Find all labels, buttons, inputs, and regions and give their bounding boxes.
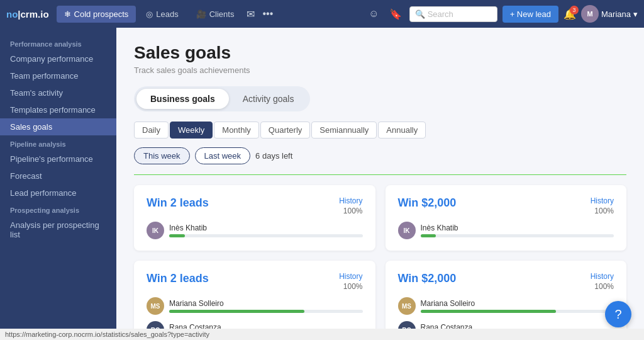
topnav-right-icons: ☺ 🔖 🔍 Search + New lead 🔔 3 M Mariana ▾ (366, 5, 638, 23)
card-title-3: Win 2 leads (147, 272, 209, 285)
card-right-2: History 100% (591, 196, 614, 215)
user-name-3-0: Mariana Solleiro (169, 299, 363, 308)
user-row-4-0: MS Mariana Solleiro (398, 297, 614, 315)
nav-tab-leads[interactable]: ◎ Leads (138, 6, 186, 23)
status-bar: https://marketing-corp.nocrm.io/statisti… (0, 329, 644, 340)
sidebar-item-forecast[interactable]: Forecast (0, 167, 116, 184)
cold-icon: ❄ (64, 9, 71, 19)
card-header-1: Win 2 leads History 100% (147, 196, 363, 215)
user-row-1-0: IK Inès Khatib (147, 222, 363, 239)
search-icon: 🔍 (415, 9, 425, 19)
nav-tab-clients[interactable]: 🎥 Clients (189, 6, 242, 23)
sidebar-item-analysis-prospecting[interactable]: Analysis per prospecting list (0, 217, 116, 243)
goals-cards-grid: Win 2 leads History 100% IK Inès Khatib (134, 185, 626, 340)
email-icon-button[interactable]: ✉ (244, 6, 257, 23)
user-avatar-4-0: MS (398, 297, 416, 315)
user-row-2-0: IK Inès Khatib (398, 222, 614, 239)
section-divider (134, 174, 626, 175)
period-tab-quarterly[interactable]: Quarterly (260, 122, 310, 139)
progress-bg-4-0 (421, 310, 614, 313)
user-menu-button[interactable]: M Mariana ▾ (581, 5, 638, 23)
progress-fill-4-0 (421, 310, 556, 313)
help-button[interactable]: ? (605, 301, 631, 327)
main-layout: Performance analysis Company performance… (0, 28, 644, 340)
sidebar-item-company-performance[interactable]: Company performance (0, 50, 116, 67)
card-percent-2: 100% (594, 207, 614, 215)
sidebar-section-pipeline: Pipeline analysis (0, 135, 116, 150)
clients-icon: 🎥 (196, 9, 206, 19)
progress-bg-2-0 (421, 234, 614, 237)
page-title: Sales goals (134, 43, 626, 63)
user-info-3-0: Mariana Solleiro (169, 299, 363, 313)
card-percent-4: 100% (594, 282, 614, 291)
user-name-1-0: Inès Khatib (169, 224, 363, 232)
sidebar-section-performance: Performance analysis (0, 35, 116, 50)
card-history-2[interactable]: History (591, 196, 614, 205)
user-avatar-2-0: IK (398, 222, 416, 239)
card-header-4: Win $2,000 History 100% (398, 272, 614, 291)
chevron-down-icon: ▾ (633, 9, 638, 19)
goal-type-tabs: Business goals Activity goals (134, 86, 310, 111)
card-history-4[interactable]: History (591, 272, 614, 281)
sidebar-section-prospecting: Prospecting analysis (0, 201, 116, 217)
leads-icon: ◎ (146, 9, 153, 19)
progress-bg-3-0 (169, 310, 363, 313)
sidebar-item-templates-performance[interactable]: Templates performance (0, 101, 116, 118)
user-info-1-0: Inès Khatib (169, 224, 363, 237)
sidebar-item-sales-goals[interactable]: Sales goals (0, 118, 116, 135)
card-percent-1: 100% (343, 207, 363, 215)
card-history-3[interactable]: History (339, 272, 362, 281)
avatar: M (581, 5, 599, 23)
card-header-3: Win 2 leads History 100% (147, 272, 363, 291)
sidebar-item-teams-activity[interactable]: Team's activity (0, 84, 116, 101)
user-row-3-0: MS Mariana Solleiro (147, 297, 363, 315)
notification-badge: 3 (570, 6, 579, 14)
card-title-4: Win $2,000 (398, 272, 457, 285)
period-tab-semiannually[interactable]: Semiannually (311, 122, 377, 139)
app-logo: no|crm.io (6, 9, 49, 20)
user-name-4-0: Mariana Solleiro (421, 299, 614, 308)
nav-tab-cold-prospects[interactable]: ❄ Cold prospects (57, 6, 136, 23)
user-avatar-1-0: IK (147, 222, 164, 239)
top-navigation: no|crm.io ❄ Cold prospects ◎ Leads 🎥 Cli… (0, 0, 644, 28)
progress-fill-3-0 (169, 310, 304, 313)
user-name-2-0: Inès Khatib (421, 224, 614, 232)
page-subtitle: Track sales goals achievements (134, 65, 626, 75)
more-icon-button[interactable]: ••• (260, 6, 275, 22)
goal-card-1: Win 2 leads History 100% IK Inès Khatib (134, 185, 375, 251)
progress-fill-2-0 (421, 234, 436, 237)
new-lead-button[interactable]: + New lead (502, 6, 558, 23)
goal-tab-activity[interactable]: Activity goals (229, 89, 308, 109)
last-week-button[interactable]: Last week (195, 147, 251, 164)
emoji-icon-button[interactable]: ☺ (366, 6, 381, 22)
card-title-1: Win 2 leads (147, 196, 209, 210)
goal-card-2: Win $2,000 History 100% IK Inès Khatib (386, 185, 627, 251)
week-navigation: This week Last week 6 days left (134, 147, 626, 164)
card-history-1[interactable]: History (339, 196, 362, 205)
period-tab-annually[interactable]: Annually (378, 122, 426, 139)
this-week-button[interactable]: This week (134, 147, 190, 164)
progress-bg-1-0 (169, 234, 363, 237)
days-left-label: 6 days left (255, 151, 292, 161)
card-right-4: History 100% (591, 272, 614, 291)
sidebar-item-lead-performance[interactable]: Lead performance (0, 184, 116, 201)
user-info-4-0: Mariana Solleiro (421, 299, 614, 313)
search-bar[interactable]: 🔍 Search (409, 6, 497, 22)
user-info-2-0: Inès Khatib (421, 224, 614, 237)
notification-button[interactable]: 🔔 3 (564, 8, 576, 20)
card-header-2: Win $2,000 History 100% (398, 196, 614, 215)
user-avatar-3-0: MS (147, 297, 164, 315)
sidebar-item-pipeline-performance[interactable]: Pipeline's performance (0, 150, 116, 167)
goal-tab-business[interactable]: Business goals (136, 89, 229, 109)
period-tabs: Daily Weekly Monthly Quarterly Semiannua… (134, 122, 626, 139)
sidebar-item-team-performance[interactable]: Team performance (0, 67, 116, 84)
period-tab-monthly[interactable]: Monthly (214, 122, 259, 139)
bookmark-icon-button[interactable]: 🔖 (387, 6, 404, 23)
progress-fill-1-0 (169, 234, 185, 237)
sidebar: Performance analysis Company performance… (0, 28, 116, 340)
card-right-1: History 100% (339, 196, 362, 215)
main-content-area: Sales goals Track sales goals achievemen… (116, 28, 644, 340)
card-percent-3: 100% (343, 282, 363, 291)
period-tab-daily[interactable]: Daily (134, 122, 169, 139)
period-tab-weekly[interactable]: Weekly (170, 122, 213, 139)
